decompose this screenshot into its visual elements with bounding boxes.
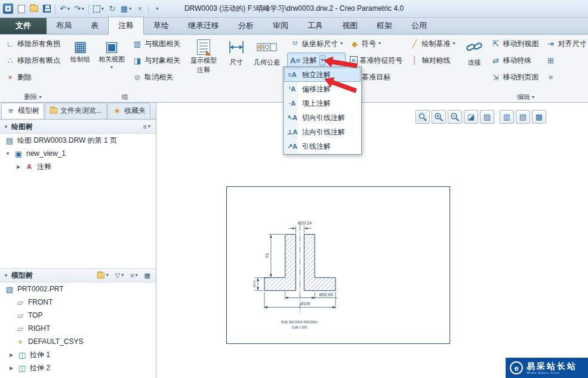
tree-item-top[interactable]: ▱ TOP <box>0 309 156 322</box>
tab-tools[interactable]: 工具 <box>298 17 333 34</box>
collapse-section-icon[interactable]: ▼ <box>4 273 8 278</box>
tab-review[interactable]: 审阅 <box>263 17 298 34</box>
display-settings-button[interactable]: ▩ <box>532 110 546 124</box>
move-special-button[interactable]: ⇄ 移动特殊 <box>488 53 542 68</box>
show-model-annotations-button[interactable]: 显示模型 注释 <box>187 36 220 87</box>
delete-group-footer[interactable]: 删除 ▾ <box>2 92 63 102</box>
drawing-tree-settings-button[interactable]: ≡ ▾ <box>141 122 152 131</box>
move-to-sheet-button[interactable]: ⇲ 移动到页面 <box>488 69 542 85</box>
sketch-group-button[interactable]: ▦ 绘制组 <box>67 36 94 87</box>
tree-item-csys[interactable]: + DEFAULT_CSYS <box>0 335 156 348</box>
tree-item-front[interactable]: ▱ FRONT <box>0 296 156 309</box>
tab-table[interactable]: 表 <box>81 17 108 34</box>
save-button[interactable] <box>41 2 53 16</box>
tree-item-sheet[interactable]: ▤ 绘图 DRW0003.DRW 的第 1 页 <box>0 134 156 147</box>
expand-open-icon[interactable]: ▼ <box>5 151 11 156</box>
expand-closed-icon[interactable]: ▶ <box>8 365 14 371</box>
zoom-out-button[interactable] <box>448 110 462 124</box>
menu-item-normal-leader-note[interactable]: ⊥A 法向引线注解 <box>284 125 361 139</box>
chevron-down-icon[interactable]: ▾ <box>82 7 84 11</box>
chevron-down-icon[interactable]: ▾ <box>129 7 131 11</box>
align-dimensions-button[interactable]: ⇥ 对齐尺寸 <box>543 36 588 51</box>
menu-item-offset-note[interactable]: ¹A 偏移注解 <box>284 82 361 96</box>
tree-item-extrude-2[interactable]: ▶ ◫ 拉伸 2 <box>0 361 156 374</box>
chevron-down-icon[interactable]: ▾ <box>67 7 70 11</box>
select-filter-button[interactable]: ▾ <box>91 2 106 16</box>
model-tree-settings-button[interactable]: ≡ ▾ <box>128 271 139 279</box>
dim-flange-height[interactable]: 20.5 <box>253 280 256 287</box>
layer-display-button[interactable]: ▥ <box>500 110 514 124</box>
relate-to-object-button[interactable]: ◨ 与对象相关 <box>130 53 183 68</box>
related-view-button[interactable]: ▣ 相关视图 ▾ <box>95 36 128 87</box>
tree-item-part[interactable]: ▧ PRT0002.PRT <box>0 282 156 296</box>
chevron-down-icon[interactable]: ▾ <box>340 41 343 46</box>
move-to-view-button[interactable]: ⇱ 移动到视图 <box>488 36 542 51</box>
tab-sketch[interactable]: 草绘 <box>144 17 178 34</box>
tab-model-tree[interactable]: ≡ 模型树 <box>1 103 44 119</box>
tab-layout[interactable]: 布局 <box>47 17 81 34</box>
tab-favorites[interactable]: ★ 收藏夹 <box>107 103 150 119</box>
tab-common[interactable]: 公用 <box>402 17 436 34</box>
menu-item-leader-note[interactable]: ↗A 引线注解 <box>284 139 361 153</box>
dimension-button[interactable]: 尺寸 <box>224 36 249 87</box>
tab-annotate[interactable]: 注释 <box>108 17 144 35</box>
clipped-button-2[interactable]: ≡ <box>543 69 588 85</box>
graphics-area[interactable]: ◪ ▨ ▥ ▤ ▩ <box>156 103 588 378</box>
relate-to-view-button[interactable]: ▥ 与视图相关 <box>130 36 183 51</box>
note-dropdown-toggle[interactable]: ▾ <box>319 55 325 66</box>
expand-closed-icon[interactable]: ▶ <box>8 352 14 358</box>
tree-item-right[interactable]: ▱ RIGHT <box>0 322 156 335</box>
axis-symmetry-line-button[interactable]: ┊ 轴对称线 <box>407 53 458 68</box>
windows-button[interactable]: ▦▾ <box>119 2 133 16</box>
remove-all-breaks-button[interactable]: ∴ 移除所有断点 <box>2 53 63 68</box>
model-tree-display-button[interactable]: ▦ <box>143 271 152 280</box>
tab-folder-browser[interactable]: 文件夹浏览... <box>45 103 107 119</box>
edit-group-footer[interactable]: 编辑 ▾ <box>462 92 588 102</box>
tree-item-annotations[interactable]: ▶ A 注释 <box>0 160 156 173</box>
delete-button[interactable]: × 删除 <box>2 69 63 85</box>
chevron-down-icon[interactable]: ▾ <box>378 41 381 46</box>
tab-file[interactable]: 文件 <box>0 17 47 34</box>
attach-button[interactable]: 连接 <box>462 36 487 87</box>
tab-framework[interactable]: 框架 <box>367 17 402 34</box>
app-icon[interactable] <box>3 4 13 14</box>
menu-item-tangent-leader-note[interactable]: ↖A 切向引线注解 <box>284 110 361 125</box>
model-tree-folder-button[interactable]: ▾ <box>95 272 110 279</box>
dim-mid-diameter[interactable]: Ø52.69 <box>319 293 333 297</box>
open-file-button[interactable] <box>28 2 40 16</box>
tab-view[interactable]: 视图 <box>333 17 367 34</box>
tab-legacy-migration[interactable]: 继承迁移 <box>178 17 229 34</box>
drawing-sheet[interactable]: Ø20.24 53 20.5 Ø52.69 Ø100 剖面 SEC0001-SE… <box>226 186 450 344</box>
ordinate-dimension-button[interactable]: ¹² 纵坐标尺寸 ▾ <box>287 36 346 51</box>
dim-outer-diameter[interactable]: Ø100 <box>300 302 310 306</box>
dim-top-diameter[interactable]: Ø20.24 <box>298 221 312 225</box>
model-tree-filter-button[interactable]: ▽ ▾ <box>113 271 125 280</box>
tree-item-extrude-1[interactable]: ▶ ◫ 拉伸 1 <box>0 348 156 361</box>
regenerate-button[interactable]: ↻ <box>106 2 118 16</box>
tab-analysis[interactable]: 分析 <box>229 17 263 34</box>
close-window-button[interactable]: × <box>134 2 146 16</box>
chevron-down-icon[interactable]: ▾ <box>453 41 455 46</box>
remove-all-jogs-button[interactable]: ∟ 移除所有角拐 <box>2 36 63 51</box>
draft-datum-button[interactable]: ╱ 绘制基准 ▾ <box>407 36 458 51</box>
zoom-in-button[interactable] <box>432 110 446 124</box>
menu-item-unattached-note[interactable]: ≡A 独立注解 <box>284 67 361 82</box>
sheet-display-button[interactable]: ▤ <box>516 110 530 124</box>
clipped-button-1[interactable]: ⊞ <box>543 53 588 68</box>
repaint-button[interactable]: ◪ <box>464 110 478 124</box>
menu-item-on-item-note[interactable]: ·A 项上注解 <box>284 96 361 110</box>
expand-closed-icon[interactable]: ▶ <box>16 164 21 170</box>
new-file-button[interactable] <box>16 2 27 16</box>
geometric-tolerance-button[interactable]: 几何公差 <box>250 36 284 87</box>
collapse-section-icon[interactable]: ▼ <box>4 124 8 130</box>
symbol-button[interactable]: ◆ 符号 ▾ <box>347 36 406 51</box>
dim-height[interactable]: 53 <box>265 253 269 258</box>
redo-button[interactable]: ↷▾ <box>72 2 86 16</box>
undo-button[interactable]: ↶▾ <box>58 2 72 16</box>
chevron-down-icon[interactable]: ▾ <box>101 7 104 11</box>
shading-display-button[interactable]: ▨ <box>480 110 494 124</box>
zoom-window-button[interactable] <box>415 110 430 124</box>
tree-item-view[interactable]: ▼ ▣ new_view_1 <box>0 147 156 160</box>
unrelate-button[interactable]: ⊘ 取消相关 <box>130 69 183 85</box>
customize-toolbar-button[interactable]: ▾ <box>151 2 163 16</box>
